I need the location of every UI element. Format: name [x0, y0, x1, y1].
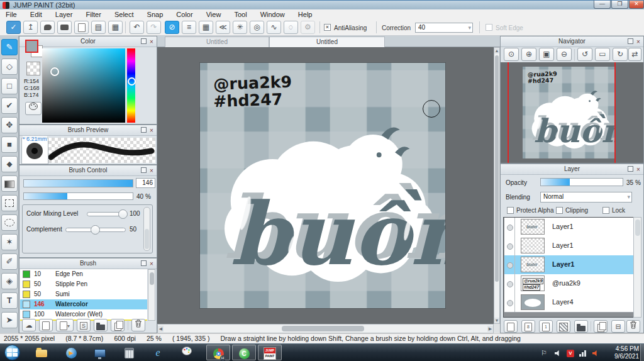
flip-view-icon[interactable]: ⇄ [628, 48, 641, 61]
new-brush-icon[interactable] [39, 319, 53, 331]
polyline-tool-icon[interactable]: ✔ [1, 97, 18, 114]
close-icon[interactable]: × [635, 37, 641, 47]
lock-checkbox[interactable] [602, 207, 609, 214]
list-document-icon[interactable]: ▤ [91, 21, 106, 34]
action-center-icon[interactable]: ⚐ [538, 347, 550, 359]
layer-list-scrollbar[interactable] [633, 217, 641, 318]
brush-opacity-slider[interactable] [23, 192, 133, 200]
layer-visibility-icon[interactable] [507, 281, 513, 287]
popout-icon[interactable] [141, 167, 147, 173]
blending-dropdown[interactable]: Normal▾ [540, 192, 632, 203]
bucket-tool-icon[interactable]: ⬥ [1, 156, 18, 172]
brush-size-value[interactable]: 146 [136, 178, 155, 188]
mixing-level-knob[interactable] [118, 209, 128, 219]
volume-icon[interactable] [552, 347, 564, 359]
sv-picker-handle[interactable] [50, 67, 59, 76]
brush-list-item[interactable]: 10 Edge Pen [20, 269, 147, 280]
canvas-artwork[interactable] [200, 63, 445, 308]
brush-list-item-selected[interactable]: 146 Watercolor [20, 299, 147, 310]
gradient-tool-icon[interactable] [1, 175, 18, 192]
popout-icon[interactable] [141, 260, 147, 266]
snap-curve-icon[interactable]: ∿ [267, 21, 281, 34]
grid-edit-icon[interactable]: ▦ [108, 21, 123, 34]
close-icon[interactable]: × [635, 165, 641, 174]
coccoc-taskbar-button[interactable]: C [232, 345, 256, 360]
brush-list-item[interactable]: 50 Sumi [20, 289, 147, 300]
paint-taskbar-icon[interactable] [180, 347, 194, 359]
layer-visibility-icon[interactable] [507, 243, 513, 250]
duplicate-layer-icon[interactable] [594, 320, 608, 333]
rotate-cw-icon[interactable]: ↻ [613, 48, 628, 61]
select-pen-tool-icon[interactable]: ✐ [1, 253, 18, 270]
shape-outline-tool-icon[interactable]: □ [1, 78, 18, 94]
canvas-viewport[interactable] [157, 47, 494, 324]
select-eraser-tool-icon[interactable]: ◈ [1, 273, 18, 289]
antialiasing-checkbox[interactable]: × [324, 24, 331, 31]
snap-vanishing-point-icon[interactable]: ≪ [216, 21, 230, 34]
new-1bit-layer-icon[interactable]: 1 [539, 320, 553, 333]
move-tool-icon[interactable]: ✥ [1, 117, 18, 133]
fit-screen-icon[interactable]: ▣ [539, 48, 554, 61]
protect-alpha-checkbox[interactable] [507, 207, 514, 214]
snap-ellipse-icon[interactable]: ◌ [284, 21, 298, 34]
document-icon[interactable] [74, 21, 89, 34]
menu-help[interactable]: Help [292, 9, 318, 18]
layer-visibility-icon[interactable] [507, 225, 513, 231]
close-icon[interactable]: × [148, 126, 155, 135]
zoom-in-icon[interactable]: ⊕ [521, 48, 536, 61]
comment-bubble-icon[interactable] [40, 21, 55, 34]
popout-icon[interactable] [141, 127, 147, 133]
snap-grid-icon[interactable]: ▦ [199, 21, 213, 34]
close-icon[interactable]: × [148, 259, 155, 269]
brush-list-scrollbar[interactable] [148, 269, 155, 321]
rotate-ccw-icon[interactable]: ↺ [577, 48, 592, 61]
snap-parallel-icon[interactable]: ≡ [182, 21, 196, 34]
popout-icon[interactable] [141, 38, 147, 44]
cloud-sync-icon[interactable]: ✓ [6, 21, 21, 34]
chrome-taskbar-button[interactable] [206, 345, 230, 360]
hue-handle[interactable] [128, 77, 136, 86]
text-tool-icon[interactable]: T [1, 292, 18, 309]
menu-filter[interactable]: Filter [80, 9, 106, 18]
menu-edit[interactable]: Edit [25, 9, 48, 18]
delete-layer-icon[interactable] [626, 320, 640, 333]
script-brush-icon[interactable]: S [77, 319, 91, 331]
download-brush-icon[interactable]: ☁ [22, 319, 36, 331]
brush-size-slider[interactable] [23, 179, 133, 187]
new-8bit-layer-icon[interactable]: 8 [521, 320, 535, 333]
complement-knob[interactable] [91, 225, 100, 235]
duplicate-brush-icon[interactable] [111, 319, 125, 331]
layer-folder-icon[interactable] [574, 320, 588, 333]
jump-paint-taskbar-button[interactable]: JUMPPAINT [258, 345, 282, 360]
layer-visibility-icon[interactable] [507, 300, 513, 306]
zoom-reset-icon[interactable]: ⊙ [504, 48, 519, 61]
layer-row-selected[interactable]: buồn Layer1 [504, 255, 638, 275]
menu-color[interactable]: Color [170, 9, 198, 18]
merge-layer-icon[interactable]: ⊟ [611, 320, 625, 333]
redo-button[interactable]: ↷ [147, 21, 161, 34]
brush-tool-icon[interactable]: ✎ [1, 39, 18, 55]
saturation-value-picker[interactable] [42, 48, 125, 123]
navigator-viewport[interactable] [501, 62, 643, 163]
close-button[interactable]: ✕ [629, 1, 644, 9]
foreground-color-swatch[interactable] [25, 40, 38, 53]
layer-row[interactable]: buồn Layer1 [504, 218, 638, 237]
menu-file[interactable]: File [0, 9, 23, 18]
menu-view[interactable]: View [201, 9, 227, 18]
menu-window[interactable]: Window [255, 9, 291, 18]
audio-device-icon[interactable] [590, 347, 601, 359]
menu-layer[interactable]: Layer [50, 9, 79, 18]
brush-folder-icon[interactable] [94, 319, 108, 331]
lasso-select-tool-icon[interactable] [1, 214, 18, 231]
canvas-vertical-scrollbar[interactable]: ▲ ▼ [494, 47, 500, 324]
snap-radial-icon[interactable]: ✳ [233, 21, 247, 34]
canvas-horizontal-scrollbar[interactable]: ◀ ▶ [157, 324, 494, 333]
snap-off-icon[interactable]: ⊘ [165, 21, 179, 34]
new-layer-icon[interactable] [504, 320, 518, 333]
layer-row[interactable]: Layer4 [504, 293, 638, 313]
save-brush-icon[interactable]: ▾ [56, 319, 74, 331]
explorer-taskbar-icon[interactable] [35, 347, 48, 359]
correction-dropdown[interactable]: 40▾ [415, 23, 473, 33]
start-button[interactable] [4, 345, 20, 360]
snap-concentric-icon[interactable]: ◎ [250, 21, 264, 34]
